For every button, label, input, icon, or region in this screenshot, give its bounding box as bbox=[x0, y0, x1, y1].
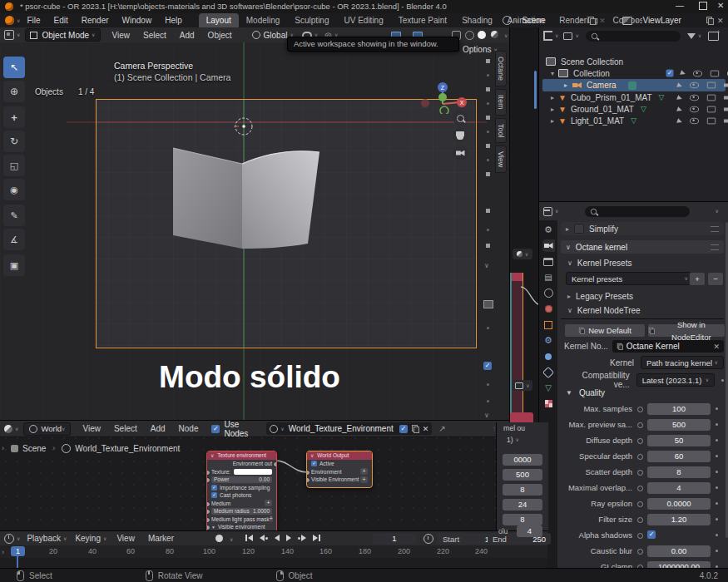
playhead-marker[interactable]: 1 bbox=[11, 546, 25, 556]
record-button[interactable] bbox=[215, 535, 223, 542]
importance-sampling-checkbox[interactable]: ✓ bbox=[211, 485, 217, 491]
tab-constraints[interactable] bbox=[542, 366, 555, 378]
tool-annotate[interactable]: ✎ bbox=[3, 205, 25, 226]
keyframe-circle[interactable] bbox=[637, 517, 643, 523]
disclosure-triangle[interactable]: ▸ bbox=[551, 117, 554, 125]
menu-view[interactable]: View bbox=[110, 534, 141, 543]
editor-type-button[interactable]: ∨ bbox=[513, 380, 532, 391]
new-default-button[interactable]: New Default bbox=[564, 323, 646, 338]
kernel-presets-dropdown[interactable]: Kernel presets ∨ bbox=[566, 272, 694, 285]
decorator-dot[interactable] bbox=[721, 379, 724, 382]
workspace-tab-sculpting[interactable]: Sculpting bbox=[287, 13, 336, 27]
zoom-view-button[interactable] bbox=[453, 111, 468, 126]
properties-editor-icon-button[interactable]: ∨ bbox=[543, 207, 558, 216]
node-texture-environment[interactable]: ∨ Texture environment Environment out Te… bbox=[206, 451, 277, 531]
editor-type-button[interactable]: ∨ bbox=[4, 534, 20, 544]
panel-legacy-presets[interactable]: ▸ Legacy Presets bbox=[567, 290, 633, 302]
outliner-search-field[interactable] bbox=[586, 31, 681, 42]
sidebar-tab-octane[interactable]: Octane bbox=[495, 51, 507, 86]
tool-move[interactable]: + bbox=[3, 106, 25, 128]
node-header[interactable]: ∨ World Output bbox=[307, 451, 372, 460]
tab-tool[interactable]: ⚙ bbox=[542, 224, 555, 236]
current-frame-field[interactable]: 1 bbox=[373, 533, 416, 545]
decorator-dot[interactable] bbox=[716, 534, 718, 536]
decorator-dot[interactable] bbox=[716, 407, 718, 410]
property-value-field[interactable]: 4 bbox=[647, 482, 711, 494]
decorator-dot[interactable] bbox=[716, 502, 718, 505]
decorator-dot[interactable] bbox=[716, 439, 718, 441]
input-socket[interactable] bbox=[206, 517, 210, 523]
close-button[interactable]: ✕ bbox=[717, 1, 724, 10]
menu-view[interactable]: View bbox=[106, 31, 137, 40]
tool-transform[interactable]: ◉ bbox=[3, 179, 25, 200]
new-collection-button[interactable]: + bbox=[708, 32, 719, 41]
input-socket[interactable] bbox=[206, 501, 210, 507]
disable-viewport-icon[interactable] bbox=[707, 82, 716, 89]
disclosure-triangle[interactable]: ▾ bbox=[551, 70, 554, 77]
add-medium-button[interactable]: + bbox=[265, 500, 272, 506]
workspace-tab-shading[interactable]: Shading bbox=[454, 13, 500, 27]
keyframe-circle[interactable] bbox=[637, 501, 643, 507]
menu-edit[interactable]: Edit bbox=[47, 16, 75, 25]
collection-checkbox[interactable]: ✓ bbox=[666, 70, 674, 77]
panel-checkbox[interactable]: ✓ bbox=[483, 362, 492, 370]
expand-icon[interactable]: › bbox=[2, 548, 4, 556]
viewlayer-selector[interactable]: ∨ ViewLayer ✕ bbox=[622, 14, 723, 27]
previous-keyframe-button[interactable] bbox=[257, 533, 270, 543]
property-value-field[interactable]: 50 bbox=[647, 435, 711, 446]
keyframe-circle[interactable] bbox=[637, 549, 643, 555]
disable-render-icon[interactable] bbox=[724, 119, 728, 124]
playhead-line[interactable] bbox=[17, 555, 18, 569]
unlink-icon[interactable]: ✕ bbox=[717, 17, 724, 25]
keyframe-circle[interactable] bbox=[637, 470, 643, 476]
sidebar-tab-view[interactable]: View bbox=[495, 146, 507, 173]
viewlayer-name[interactable]: ViewLayer bbox=[642, 16, 681, 25]
mode-dropdown[interactable]: Object Mode ∨ bbox=[25, 28, 100, 42]
keyframe-circle[interactable] bbox=[637, 533, 643, 539]
disable-viewport-icon[interactable] bbox=[707, 118, 716, 125]
maximize-button[interactable] bbox=[699, 2, 707, 10]
copy-icon[interactable] bbox=[588, 17, 595, 24]
input-socket[interactable] bbox=[206, 477, 210, 483]
menu-keying[interactable]: Keying ∨ bbox=[75, 534, 106, 543]
disable-viewport-icon[interactable] bbox=[707, 95, 716, 101]
hide-icon[interactable] bbox=[693, 70, 702, 76]
disclosure-triangle[interactable]: ∨ bbox=[567, 259, 572, 267]
tool-add-primitive[interactable]: ▣ bbox=[3, 254, 25, 276]
collapse-chevron[interactable]: ∨ bbox=[210, 453, 214, 458]
menu-render[interactable]: Render bbox=[75, 16, 116, 25]
menu-file[interactable]: File bbox=[20, 16, 47, 25]
editor-type-button[interactable]: ∨ bbox=[4, 30, 20, 40]
clipped-value-field[interactable]: 8 bbox=[503, 514, 542, 525]
outliner-row-scene-collection[interactable]: Scene Collection bbox=[546, 56, 724, 67]
menu-marker[interactable]: Marker bbox=[141, 534, 181, 543]
tool-cursor[interactable]: ⊕ bbox=[3, 81, 25, 102]
disable-viewport-icon[interactable] bbox=[711, 70, 719, 76]
simplify-checkbox[interactable] bbox=[574, 224, 584, 234]
input-socket[interactable] bbox=[306, 477, 310, 483]
menu-add[interactable]: Add bbox=[173, 31, 201, 40]
drag-handle-icon[interactable] bbox=[711, 226, 719, 232]
keyframe-circle[interactable] bbox=[637, 407, 643, 412]
clipped-value-field[interactable]: 4 bbox=[517, 525, 542, 537]
hide-icon[interactable] bbox=[690, 118, 699, 125]
panel-expand-chevron[interactable]: ∨ bbox=[484, 262, 489, 269]
decorator-dot[interactable] bbox=[716, 550, 718, 552]
compatibility-dropdown[interactable]: Latest (2023.1.1) ∨ bbox=[636, 373, 716, 387]
navigation-gizmo[interactable]: Z X bbox=[418, 61, 472, 114]
pan-view-button[interactable] bbox=[453, 128, 468, 143]
properties-search-field[interactable] bbox=[585, 206, 690, 217]
power-slider[interactable]: Power 0.00 bbox=[211, 476, 272, 483]
minimize-button[interactable]: — bbox=[676, 1, 684, 10]
drag-handle-icon[interactable] bbox=[711, 244, 719, 250]
disclosure-triangle[interactable]: ▸ bbox=[567, 293, 571, 300]
unlink-icon[interactable]: ✕ bbox=[713, 343, 720, 351]
property-value-field[interactable]: 1.20 bbox=[647, 514, 711, 525]
tab-object[interactable] bbox=[542, 318, 555, 331]
selectable-icon[interactable] bbox=[676, 82, 683, 89]
clipped-dropdown[interactable]: 1) ∨ bbox=[507, 436, 519, 444]
property-value-field[interactable]: 60 bbox=[647, 451, 711, 462]
timeline-ruler[interactable]: 20 40 60 80 100 120 140 160 180 200 220 … bbox=[0, 545, 547, 558]
property-value-field[interactable]: 0.0000 bbox=[647, 498, 711, 510]
active-checkbox[interactable]: ✓ bbox=[311, 461, 317, 466]
